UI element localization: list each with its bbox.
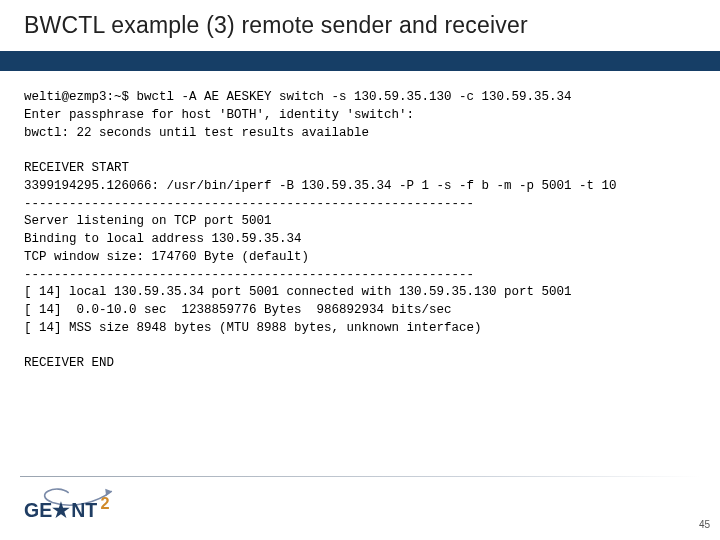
terminal-line: ----------------------------------------… — [24, 268, 474, 282]
terminal-line: [ 14] 0.0-10.0 sec 1238859776 Bytes 9868… — [24, 303, 452, 317]
terminal-line: Binding to local address 130.59.35.34 — [24, 232, 302, 246]
page-number: 45 — [699, 519, 710, 530]
terminal-line: RECEIVER END — [24, 356, 114, 370]
terminal-line: Server listening on TCP port 5001 — [24, 214, 272, 228]
footer-divider — [20, 476, 700, 477]
terminal-line: [ 14] local 130.59.35.34 port 5001 conne… — [24, 285, 572, 299]
svg-text:NT: NT — [71, 499, 97, 521]
geant2-logo: GE ★ NT 2 — [24, 486, 154, 524]
title-bar-decoration — [0, 51, 720, 71]
terminal-line: bwctl: 22 seconds until test results ava… — [24, 126, 369, 140]
terminal-output: welti@ezmp3:~$ bwctl -A AE AESKEY switch… — [0, 71, 720, 373]
title-area: BWCTL example (3) remote sender and rece… — [0, 0, 720, 45]
terminal-line: TCP window size: 174760 Byte (default) — [24, 250, 309, 264]
terminal-line: RECEIVER START — [24, 161, 129, 175]
svg-text:GE: GE — [24, 499, 52, 521]
terminal-line: 3399194295.126066: /usr/bin/iperf -B 130… — [24, 179, 617, 193]
svg-text:2: 2 — [100, 494, 109, 512]
slide: BWCTL example (3) remote sender and rece… — [0, 0, 720, 540]
terminal-line: welti@ezmp3:~$ bwctl -A AE AESKEY switch… — [24, 90, 572, 104]
terminal-line: Enter passphrase for host 'BOTH', identi… — [24, 108, 414, 122]
footer: GE ★ NT 2 45 — [0, 476, 720, 530]
terminal-line: ----------------------------------------… — [24, 197, 474, 211]
terminal-line: [ 14] MSS size 8948 bytes (MTU 8988 byte… — [24, 321, 482, 335]
svg-text:★: ★ — [52, 499, 70, 521]
slide-title: BWCTL example (3) remote sender and rece… — [24, 12, 700, 39]
